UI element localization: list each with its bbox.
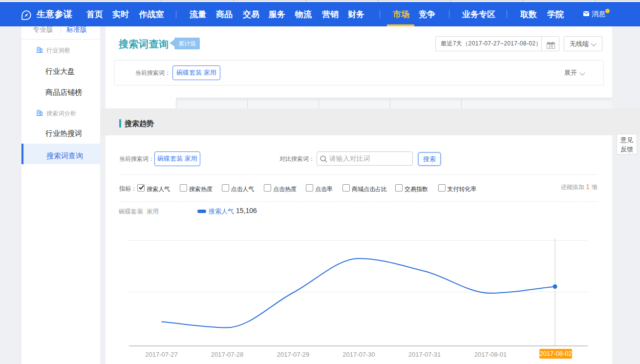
svg-text:15: 15: [549, 43, 554, 48]
